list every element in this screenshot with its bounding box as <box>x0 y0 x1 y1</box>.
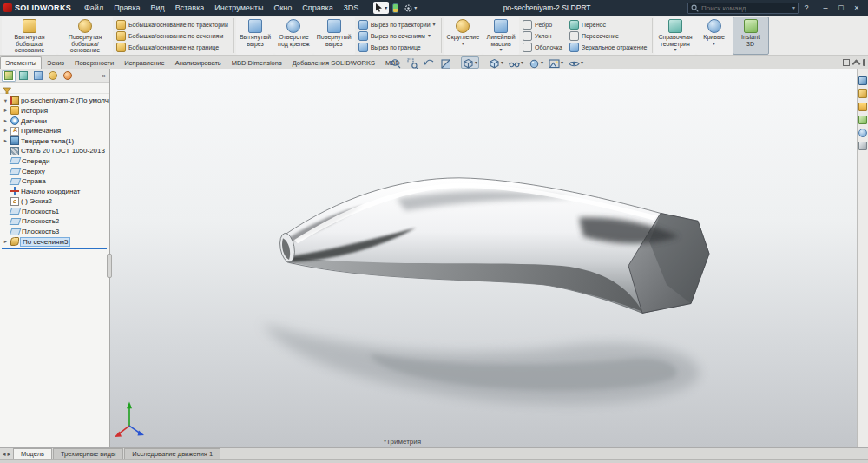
tree-item-plane3[interactable]: Плоскость3 <box>0 227 109 237</box>
move-button[interactable]: Перенос <box>569 19 647 30</box>
tree-item-front-plane[interactable]: Спереди <box>0 156 109 167</box>
fillet-button[interactable]: Скругление ▾ <box>444 17 483 55</box>
undock-icon[interactable] <box>843 59 850 66</box>
curves-dropdown-icon[interactable]: ▾ <box>713 41 715 46</box>
tree-item-sensors[interactable]: ▸Датчики <box>0 116 109 126</box>
motion-study-tab[interactable]: Исследование движения 1 <box>124 448 220 459</box>
zoom-fit-button[interactable] <box>389 56 404 69</box>
expand-arrow-icon[interactable]: ▸ <box>3 118 9 124</box>
rollback-bar[interactable] <box>2 248 107 249</box>
tree-item-sketch2[interactable]: (-) Эскиз2 <box>0 196 109 207</box>
view-settings-dropdown-icon[interactable]: ▾ <box>581 60 583 65</box>
options-dropdown-icon[interactable]: ▾ <box>414 5 417 10</box>
shell-button[interactable]: Оболочка <box>523 42 562 52</box>
menu-insert[interactable]: Вставка <box>171 2 208 14</box>
instant3d-button[interactable]: Instant3D <box>733 17 769 55</box>
help-button[interactable]: ? <box>800 3 812 12</box>
collapse-ribbon-icon[interactable] <box>852 60 861 69</box>
tree-item-material[interactable]: Сталь 20 ГОСТ 1050-2013 <box>0 146 109 156</box>
display-style-button[interactable]: ▾ <box>487 56 505 69</box>
tree-item-history[interactable]: ▸История <box>0 106 109 116</box>
menu-tools[interactable]: Инструменты <box>210 2 267 14</box>
search-input[interactable] <box>701 4 790 12</box>
menu-window[interactable]: Окно <box>269 2 296 14</box>
select-dropdown-icon[interactable]: ▾ <box>385 5 387 10</box>
draft-button[interactable]: Уклон <box>523 30 562 41</box>
apply-scene-button[interactable]: ▾ <box>547 56 565 69</box>
filter-funnel-icon[interactable] <box>3 83 11 92</box>
tab-surfaces[interactable]: Поверхности <box>69 56 119 69</box>
propertymanager-tab[interactable] <box>16 70 30 82</box>
revolved-boss-button[interactable]: Повернутаябобышка/основание <box>57 17 113 55</box>
menu-file[interactable]: Файл <box>80 2 108 14</box>
panel-overflow-icon[interactable]: » <box>101 72 108 80</box>
command-search[interactable]: ▾ <box>687 3 799 14</box>
tab-evaluate[interactable]: Анализировать <box>170 56 227 69</box>
hide-show-dropdown-icon[interactable]: ▾ <box>521 60 523 65</box>
options-button[interactable]: ▾ <box>402 2 418 14</box>
revolved-cut-button[interactable]: Повернутыйвырез <box>313 17 355 55</box>
tab-addins[interactable]: Добавления SOLIDWORKS <box>287 56 380 69</box>
zoom-area-button[interactable] <box>405 56 420 69</box>
menu-help[interactable]: Справка <box>298 2 337 14</box>
tree-item-right-plane[interactable]: Справа <box>0 176 109 187</box>
extruded-cut-button[interactable]: Вытянутыйвырез <box>236 17 274 55</box>
boundary-cut-button[interactable]: Вырез по границе <box>358 42 436 52</box>
hide-show-items-button[interactable]: ▾ <box>507 56 525 69</box>
tab-repair[interactable]: Исправление <box>119 56 169 69</box>
select-tool-button[interactable]: ▾ <box>373 2 389 14</box>
menu-3ds[interactable]: 3DS <box>339 2 364 14</box>
pin-icon[interactable] <box>863 59 865 66</box>
dropdown-icon[interactable]: ▾ <box>433 22 436 27</box>
expand-arrow-icon[interactable]: ▸ <box>3 239 9 245</box>
scroll-left-icon[interactable]: ◂ <box>3 451 6 458</box>
tree-item-annotations[interactable]: ▸Примечания <box>0 126 109 136</box>
tree-root[interactable]: ▾po-secheniyam-2 (По умолчанию) <<П <box>0 96 109 106</box>
close-button[interactable]: × <box>849 2 865 14</box>
swept-cut-button[interactable]: Вырез по траектории▾ <box>358 19 436 30</box>
view-orientation-dropdown-icon[interactable]: ▾ <box>475 60 477 65</box>
view-orientation-button[interactable]: ▾ <box>461 56 479 69</box>
reference-geometry-button[interactable]: Справочнаягеометрия ▾ <box>654 17 695 55</box>
custom-properties-icon[interactable] <box>858 142 867 150</box>
tab-features[interactable]: Элементы <box>0 56 42 69</box>
mirror-button[interactable]: Зеркальное отражение <box>569 42 647 52</box>
minimize-button[interactable]: – <box>818 2 833 14</box>
expand-arrow-icon[interactable]: ▸ <box>3 138 9 144</box>
graphics-viewport[interactable]: *Триметрия <box>110 69 857 447</box>
rib-button[interactable]: Ребро <box>523 19 562 30</box>
3d-views-tab[interactable]: Трехмерные виды <box>53 448 123 459</box>
search-dropdown-icon[interactable]: ▾ <box>792 5 795 10</box>
curves-button[interactable]: Кривые ▾ <box>696 17 733 55</box>
collapse-arrow-icon[interactable]: ▾ <box>3 98 9 104</box>
appearances-icon[interactable] <box>858 129 867 137</box>
dropdown-icon[interactable]: ▾ <box>428 33 431 38</box>
expand-arrow-icon[interactable]: ▸ <box>3 108 9 114</box>
file-explorer-icon[interactable] <box>858 103 867 111</box>
expand-arrow-icon[interactable]: ▸ <box>3 128 9 134</box>
tree-item-plane1[interactable]: Плоскость1 <box>0 207 109 217</box>
pattern-dropdown-icon[interactable]: ▾ <box>500 47 503 52</box>
extruded-boss-button[interactable]: Вытянутаябобышка/основание <box>2 17 57 55</box>
intersect-button[interactable]: Пересечение <box>569 30 647 41</box>
rebuild-button[interactable] <box>391 2 400 14</box>
tab-sketch[interactable]: Эскиз <box>42 56 69 69</box>
design-library-icon[interactable] <box>858 89 867 98</box>
display-style-dropdown-icon[interactable]: ▾ <box>501 60 503 65</box>
model-tab[interactable]: Модель <box>13 448 52 459</box>
edit-appearance-button[interactable]: ▾ <box>527 56 545 69</box>
panel-splitter-handle[interactable] <box>107 254 112 278</box>
tree-item-origin[interactable]: Начало координат <box>0 186 109 196</box>
configurationmanager-tab[interactable] <box>31 70 45 82</box>
appearance-dropdown-icon[interactable]: ▾ <box>541 60 543 65</box>
lofted-boss-button[interactable]: Бобышка/основание по сечениям <box>116 30 228 41</box>
resources-icon[interactable] <box>858 76 867 85</box>
maximize-button[interactable]: □ <box>833 2 849 14</box>
view-palette-icon[interactable] <box>858 116 867 124</box>
menu-view[interactable]: Вид <box>147 2 169 14</box>
tree-item-plane2[interactable]: Плоскость2 <box>0 216 109 227</box>
boundary-boss-button[interactable]: Бобышка/основание на границе <box>116 42 228 52</box>
tree-item-top-plane[interactable]: Сверху <box>0 166 109 176</box>
refgeom-dropdown-icon[interactable]: ▾ <box>674 47 676 52</box>
swept-boss-button[interactable]: Бобышка/основание по траектории <box>116 19 228 30</box>
